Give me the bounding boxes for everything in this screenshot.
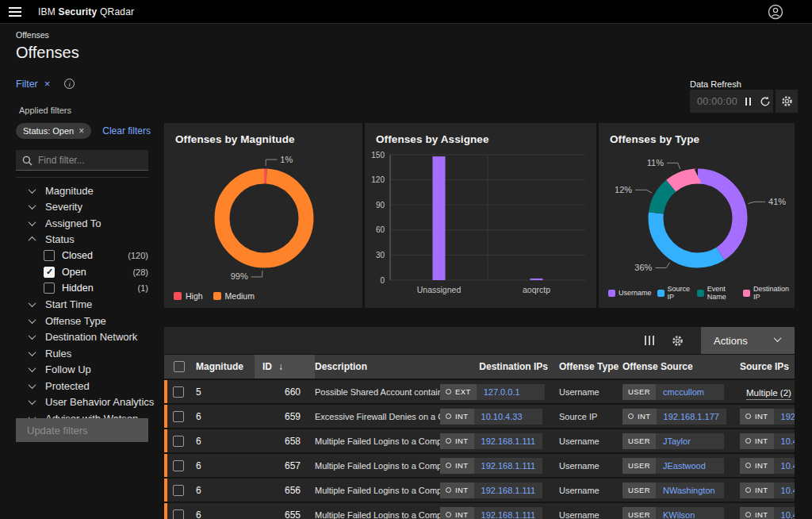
card-offenses-by-type: Offenses by Type 41%36%12%11%UsernameSou…: [599, 123, 795, 308]
column-settings-icon[interactable]: [645, 336, 654, 345]
source-ip-pill[interactable]: INT10.4: [740, 482, 795, 498]
legend-label: High: [186, 291, 203, 301]
row-checkbox[interactable]: [173, 411, 184, 422]
filter-group-magnitude[interactable]: Magnitude: [0, 183, 163, 199]
applied-filter-tag[interactable]: Status: Open ×: [16, 123, 91, 139]
filter-option-closed[interactable]: Closed(120): [0, 248, 163, 264]
row-checkbox[interactable]: [173, 485, 184, 496]
cell-description[interactable]: Multiple Failed Logins to a Compl...: [315, 461, 440, 471]
cell-description[interactable]: Multiple Failed Logins to a Compl...: [315, 436, 440, 446]
cell-description[interactable]: Multiple Failed Logins to a Compl...: [315, 510, 440, 519]
destination-ip-pill[interactable]: INT192.168.1.111: [440, 433, 542, 449]
breadcrumb[interactable]: Offenses: [16, 30, 163, 40]
filter-group-offense-type[interactable]: Offense Type: [0, 313, 163, 329]
y-tick-label: 60: [376, 225, 385, 234]
clear-filters-link[interactable]: Clear filters: [102, 125, 151, 136]
filter-group-start-time[interactable]: Start Time: [0, 297, 163, 313]
destination-ip-pill[interactable]: INT192.168.1.111: [440, 482, 542, 498]
tag-close-icon[interactable]: ×: [79, 125, 84, 136]
ip-value: 10.4: [774, 433, 795, 449]
filter-group-label: Severity: [45, 201, 82, 213]
refresh-icon[interactable]: [760, 96, 771, 107]
filter-tab-close-icon[interactable]: ×: [44, 78, 51, 90]
actions-dropdown[interactable]: Actions: [701, 327, 795, 354]
legend-swatch: [174, 292, 182, 300]
filter-option-count: (1): [138, 283, 148, 293]
ip-value: 192.1: [774, 409, 795, 425]
filter-option-hidden[interactable]: Hidden(1): [0, 280, 163, 297]
cell-offense-type: Username: [559, 387, 622, 397]
tab-filter[interactable]: Filter × i: [16, 78, 163, 90]
select-all-checkbox[interactable]: [174, 361, 185, 372]
filter-group-severity[interactable]: Severity: [0, 199, 163, 216]
cell-description[interactable]: Multiple Failed Logins to a Compl...: [315, 486, 440, 495]
ip-circle-icon: [446, 438, 451, 444]
ip-scope-label: INT: [755, 461, 768, 470]
update-filters-button[interactable]: Update filters: [16, 418, 148, 442]
source-ip-pill[interactable]: INT10.4: [740, 507, 795, 519]
header-magnitude[interactable]: Magnitude: [196, 361, 255, 372]
refresh-settings-button[interactable]: [776, 90, 798, 113]
offense-source-user-pill[interactable]: USERJEastwood: [622, 458, 724, 474]
filter-group-destination-network[interactable]: Destination Network: [0, 329, 163, 346]
row-checkbox[interactable]: [173, 460, 184, 471]
filter-group-rules[interactable]: Rules: [0, 345, 163, 362]
hamburger-menu-icon[interactable]: [9, 7, 21, 17]
user-value: KWilson: [656, 507, 724, 519]
multiple-source-ips-link[interactable]: Multiple (2): [746, 388, 791, 400]
pause-icon[interactable]: [745, 98, 751, 106]
destination-ip-pill[interactable]: INT192.168.1.111: [440, 507, 542, 519]
cell-source-ips: INT10.4: [733, 457, 795, 474]
destination-ip-pill[interactable]: EXT127.0.0.1: [440, 384, 545, 400]
cell-source-ips: INT10.4: [733, 432, 795, 449]
info-icon[interactable]: i: [64, 79, 75, 89]
cell-description[interactable]: Possible Shared Account contain...: [315, 387, 440, 397]
table-settings-gear-icon[interactable]: [672, 335, 684, 347]
header-source-ips[interactable]: Source IPs: [733, 361, 812, 372]
header-offense-source[interactable]: Offense Source: [622, 361, 733, 372]
destination-ip-pill[interactable]: INT192.168.1.111: [440, 458, 542, 474]
row-checkbox[interactable]: [173, 386, 184, 398]
cell-id: 659: [255, 411, 315, 422]
source-ip-pill[interactable]: INT10.4: [740, 433, 795, 449]
ip-value: 192.168.1.111: [474, 433, 543, 449]
header-offense-type[interactable]: Offense Type: [559, 361, 622, 372]
header-description[interactable]: Description: [315, 361, 440, 372]
ip-scope-label: INT: [755, 436, 768, 445]
user-avatar-icon[interactable]: [768, 4, 783, 20]
offense-source-user-pill[interactable]: USERNWashington: [622, 482, 724, 498]
filter-option-open[interactable]: Open(28): [0, 264, 163, 281]
offense-source-user-pill[interactable]: USERKWilson: [622, 507, 724, 519]
offense-source-user-pill[interactable]: USERcmccullom: [622, 384, 724, 400]
checkbox-hidden[interactable]: [44, 283, 55, 294]
filter-group-label: Rules: [45, 348, 71, 359]
ip-circle-icon: [745, 487, 751, 493]
slice-percent-label: 11%: [647, 158, 664, 167]
table-row: 6658Multiple Failed Logins to a Compl...…: [164, 429, 795, 452]
checkbox-closed[interactable]: [44, 250, 55, 261]
offense-source-ip-pill[interactable]: INT192.168.1.177: [622, 409, 726, 425]
cell-destination-ips: INT192.168.1.111: [440, 432, 559, 449]
row-checkbox[interactable]: [173, 509, 184, 519]
header-id-sorted[interactable]: ID ↓: [255, 355, 315, 379]
cell-magnitude: 6: [196, 436, 255, 447]
destination-ip-pill[interactable]: INT10.10.4.33: [440, 409, 542, 425]
source-ip-pill[interactable]: INT10.4: [740, 458, 795, 474]
row-checkbox[interactable]: [173, 436, 184, 447]
filter-group-assigned-to[interactable]: Assigned To: [0, 215, 163, 232]
filter-group-follow-up[interactable]: Follow Up: [0, 362, 163, 379]
filter-group-status[interactable]: Status: [0, 232, 163, 248]
find-filter-input[interactable]: [16, 150, 148, 171]
offense-source-user-pill[interactable]: USERJTaylor: [622, 433, 724, 449]
filter-group-label: Destination Network: [45, 331, 137, 343]
filter-group-user-behavior-analytics[interactable]: User Behavior Analytics: [0, 394, 163, 411]
filter-sidebar: Offenses Offenses Filter × i Applied fil…: [0, 24, 163, 519]
filter-group-protected[interactable]: Protected: [0, 378, 163, 394]
ip-scope-tag: INT: [440, 507, 474, 519]
user-value: JTaylor: [656, 433, 724, 449]
source-ip-pill[interactable]: INT192.1: [740, 409, 795, 425]
cell-description[interactable]: Excessive Firewall Denies on a C...: [315, 412, 440, 421]
header-destination-ips[interactable]: Destination IPs: [440, 361, 559, 372]
checkbox-open[interactable]: [44, 267, 55, 278]
chart-title: Offenses by Magnitude: [164, 123, 362, 145]
